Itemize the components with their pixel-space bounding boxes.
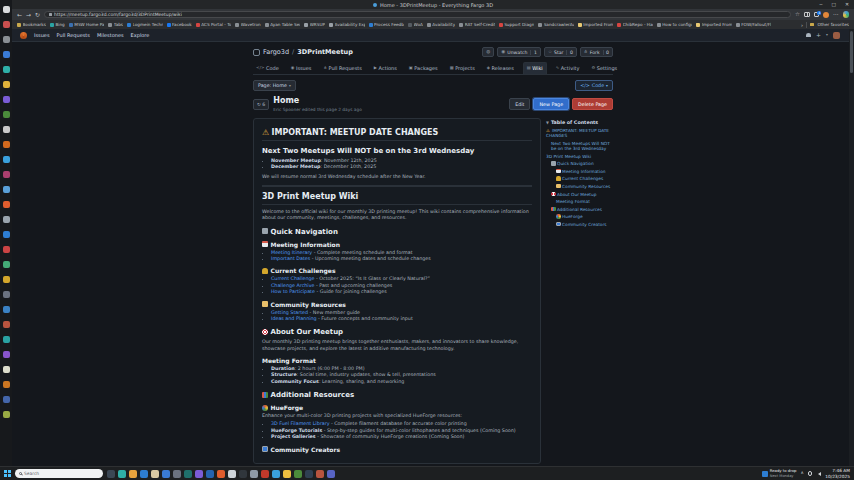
dock-app-icon[interactable]	[3, 306, 10, 313]
tray-notification[interactable]: Ready to drop Next Monday	[762, 469, 797, 478]
taskbar-app-icon[interactable]	[162, 470, 170, 478]
dock-app-icon[interactable]	[3, 216, 10, 223]
taskbar-app-icon[interactable]	[184, 470, 192, 478]
navbar-link-milestones[interactable]: Milestones	[97, 32, 124, 38]
bookmark-item[interactable]: Availability Explorer	[329, 22, 365, 27]
wiki-code-button[interactable]: </> Code ▾	[575, 80, 613, 91]
taskbar-app-icon[interactable]	[228, 470, 236, 478]
content-link[interactable]: Getting Started	[271, 310, 308, 315]
dock-app-icon[interactable]	[3, 276, 10, 283]
bookmark-item[interactable]: Logmein Technician...	[127, 22, 163, 27]
toc-item[interactable]: IMPORTANT: MEETUP DATE CHANGES	[546, 128, 612, 139]
taskbar-app-icon[interactable]	[206, 470, 214, 478]
user-avatar[interactable]	[833, 32, 840, 39]
taskbar-app-icon[interactable]	[305, 470, 313, 478]
start-button[interactable]	[4, 470, 11, 477]
taskbar-app-icon[interactable]	[217, 470, 225, 478]
bookmark-item[interactable]: Tabs	[108, 22, 123, 27]
content-link[interactable]: How to Participate	[271, 289, 315, 294]
tab-releases[interactable]: ◈Releases	[484, 63, 517, 74]
bookmark-item[interactable]: WoA	[408, 22, 423, 27]
taskbar-app-icon[interactable]	[283, 470, 291, 478]
notifications-bell-icon[interactable]	[806, 33, 811, 38]
bookmark-item[interactable]: Process Feedback ...	[369, 22, 405, 27]
bookmark-item[interactable]: FOW/Fallout/FlightL...	[736, 22, 772, 27]
taskbar-search[interactable]: Search	[15, 469, 103, 478]
network-icon[interactable]	[808, 471, 813, 476]
new-page-button[interactable]: New Page	[533, 98, 569, 110]
bookmark-item[interactable]: Support Diagnostics	[499, 22, 535, 27]
dock-app-icon[interactable]	[3, 81, 10, 88]
bookmark-item[interactable]: Bing	[50, 22, 65, 27]
more-menu-icon[interactable]: ⋯	[833, 12, 839, 18]
toc-item[interactable]: About Our Meetup	[546, 192, 612, 198]
bookmark-item[interactable]: ACS Portal - Tools	[196, 22, 232, 27]
tab-activity[interactable]: ∿Activity	[553, 63, 583, 74]
toc-item[interactable]: Current Challenges	[546, 176, 612, 182]
taskbar-app-icon[interactable]	[316, 470, 324, 478]
bookmark-item[interactable]: Imported From IE	[578, 22, 614, 27]
toc-item[interactable]: Additional Resources	[546, 207, 612, 213]
dock-app-icon[interactable]	[3, 261, 10, 268]
navbar-link-issues[interactable]: Issues	[34, 32, 50, 38]
maximize-button[interactable]: □	[831, 2, 836, 7]
dock-app-icon[interactable]	[3, 411, 10, 418]
extensions-icon[interactable]: 4	[814, 12, 819, 17]
gitea-logo[interactable]	[20, 32, 27, 39]
toc-item[interactable]: Quick Navigation	[546, 161, 612, 167]
dock-app-icon[interactable]	[3, 36, 10, 43]
content-link[interactable]: 3D Fuel Filament Library	[271, 421, 329, 426]
taskbar-app-icon[interactable]	[140, 470, 148, 478]
dock-app-icon[interactable]	[3, 201, 10, 208]
bookmark-item[interactable]: Imported From IE (1)	[696, 22, 732, 27]
taskbar-app-icon[interactable]	[250, 470, 258, 478]
tab-issues[interactable]: ◉Issues	[288, 63, 315, 74]
dock-app-icon[interactable]	[3, 321, 10, 328]
dock-app-icon[interactable]	[3, 141, 10, 148]
dock-app-icon[interactable]	[3, 21, 10, 28]
split-screen-icon[interactable]	[804, 12, 810, 17]
toc-item[interactable]: 3D Print Meetup Wiki	[546, 154, 612, 160]
content-link[interactable]: Meeting Itinerary	[271, 250, 312, 255]
bookmark-item[interactable]: Ayan Table Searchi...	[265, 22, 301, 27]
forward-icon[interactable]: →	[26, 12, 31, 18]
content-link[interactable]: Challenge Archive	[271, 283, 314, 288]
bookmark-item[interactable]: WRSUP	[304, 22, 325, 27]
taskbar-app-icon[interactable]	[129, 470, 137, 478]
dock-app-icon[interactable]	[3, 66, 10, 73]
rss-button[interactable]: ◍	[482, 47, 494, 57]
bookmark-item[interactable]: SandcrawlerAut	[538, 22, 574, 27]
dock-app-icon[interactable]	[3, 246, 10, 253]
bookmark-item[interactable]: MSW Home Page	[69, 22, 105, 27]
taskbar-app-icon[interactable]	[239, 470, 247, 478]
bookmark-item[interactable]: Bookmarks	[17, 22, 46, 27]
dock-app-icon[interactable]	[3, 171, 10, 178]
taskbar-app-icon[interactable]	[327, 470, 335, 478]
taskbar-app-icon[interactable]	[173, 470, 181, 478]
dock-app-icon[interactable]	[3, 366, 10, 373]
unwatch-button[interactable]: ◉ Unwatch 1	[497, 47, 541, 57]
bookmark-item[interactable]: Facebook	[167, 22, 192, 27]
dock-app-icon[interactable]	[3, 111, 10, 118]
content-link[interactable]: Important Dates	[271, 256, 310, 261]
bookmark-item[interactable]: RAT Self-Credit	[459, 22, 495, 27]
tab-pull-requests[interactable]: ⋔Pull Requests	[320, 63, 364, 74]
favorites-star-icon[interactable]: ☆	[795, 12, 800, 18]
dock-app-icon[interactable]	[3, 126, 10, 133]
hidden-icons-chevron[interactable]: ∧	[800, 471, 803, 476]
navbar-link-pull-requests[interactable]: Pull Requests	[57, 32, 90, 38]
profile-icon[interactable]	[843, 11, 850, 18]
fork-button[interactable]: ⋔ Fork 0	[580, 47, 613, 57]
repo-owner[interactable]: Fargo3d	[263, 48, 289, 56]
dock-app-icon[interactable]	[3, 51, 10, 58]
content-link[interactable]: Ideas and Planning	[271, 316, 317, 321]
toc-item[interactable]: Meeting Information	[546, 169, 612, 175]
bookmark-item[interactable]: ChibRepo - Hardwa...	[617, 22, 653, 27]
taskbar-app-icon[interactable]	[107, 470, 115, 478]
toc-item[interactable]: Meeting Format	[546, 199, 612, 205]
address-bar[interactable]: https://meetup.fargo3d.com/fargo3d/3DPri…	[44, 11, 791, 19]
content-link[interactable]: Current Challenge	[271, 276, 315, 281]
navbar-link-explore[interactable]: Explore	[131, 32, 150, 38]
dock-app-icon[interactable]	[3, 291, 10, 298]
bookmark-item[interactable]: How to configure A...	[657, 22, 693, 27]
